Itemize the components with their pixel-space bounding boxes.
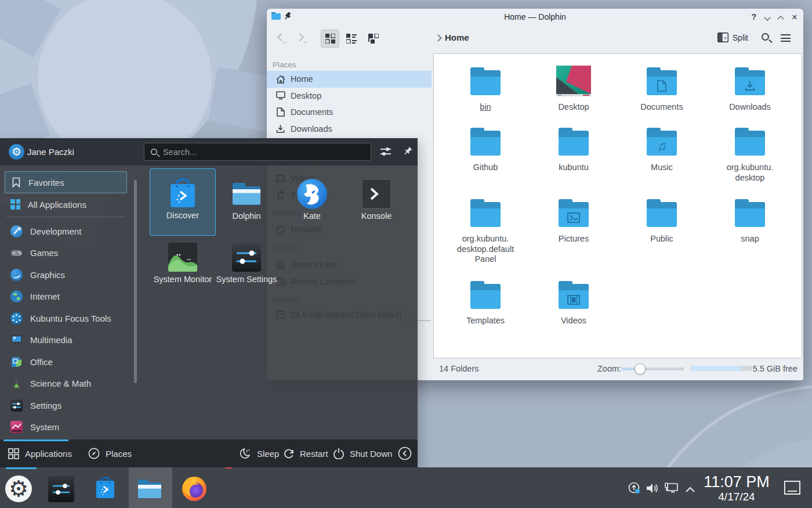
sidebar-item-games[interactable]: Games	[5, 242, 127, 264]
zoom-slider-knob[interactable]	[635, 363, 646, 374]
folder-icon	[469, 197, 502, 228]
minimize-button[interactable]	[765, 12, 770, 22]
sidebar-item-development[interactable]: Development	[5, 220, 127, 242]
place-label: Desktop	[291, 91, 321, 100]
sidebar-label: Multimedia	[30, 335, 72, 345]
sleep-button[interactable]: zz Sleep	[239, 439, 279, 467]
restart-button[interactable]: Restart	[283, 439, 328, 467]
pin-icon[interactable]	[400, 144, 415, 159]
tray-expand-icon[interactable]	[685, 485, 695, 495]
sidebar-item-all-applications[interactable]: All Applications	[5, 193, 127, 215]
file-item[interactable]: Documents	[618, 66, 706, 113]
favorite-discover[interactable]: Discover	[150, 168, 216, 236]
close-button[interactable]: ×	[792, 12, 798, 22]
sidebar-item-internet[interactable]: Internet	[5, 286, 127, 308]
file-item[interactable]: bin	[441, 66, 530, 113]
place-home[interactable]: Home	[267, 71, 432, 88]
folder-icon-videos	[557, 279, 590, 310]
launcher-scrollbar[interactable]	[134, 180, 137, 383]
places-tab-icon	[88, 448, 100, 459]
configure-icon[interactable]	[378, 144, 393, 159]
settings-icon	[10, 399, 23, 412]
network-tray-icon[interactable]	[664, 482, 679, 497]
maximize-button[interactable]	[778, 12, 783, 22]
sidebar-item-office[interactable]: Office	[5, 351, 127, 373]
shutdown-button[interactable]: Shut Down	[333, 439, 392, 467]
folder-icon	[733, 197, 767, 228]
documents-icon	[276, 107, 285, 117]
sidebar-item-favorites[interactable]: Favorites	[5, 171, 127, 193]
file-item[interactable]: Public	[618, 197, 706, 265]
tab-places[interactable]: Places	[88, 439, 132, 467]
file-item[interactable]: ♫ Music	[618, 126, 706, 183]
downloads-icon	[276, 124, 285, 134]
svg-text:+: +	[724, 35, 727, 41]
dolphin-titlebar[interactable]: Home — Dolphin ? ×	[267, 9, 803, 25]
show-desktop-button[interactable]	[784, 481, 800, 495]
favorite-dolphin[interactable]: Dolphin	[213, 168, 280, 236]
session-expand-button[interactable]	[398, 439, 412, 467]
sidebar-label: Favorites	[28, 178, 64, 188]
file-item[interactable]: kubuntu	[530, 126, 618, 183]
file-item[interactable]: snap	[706, 197, 794, 265]
search-button[interactable]	[762, 33, 769, 41]
file-item[interactable]: Templates	[441, 279, 530, 326]
favorite-system-monitor[interactable]: System Monitor	[150, 232, 216, 299]
help-button[interactable]: ?	[752, 12, 757, 21]
sidebar-label: Development	[30, 226, 81, 236]
system-monitor-icon	[165, 239, 201, 278]
file-item[interactable]: Videos	[530, 279, 618, 326]
sidebar-item-system[interactable]: System	[5, 416, 127, 438]
file-item[interactable]: Desktop	[530, 66, 618, 113]
details-view-button[interactable]	[364, 30, 383, 48]
kubuntu-logo-icon: ⚙	[9, 144, 24, 160]
folder-view[interactable]: bin Desktop Documents Downloads	[433, 53, 802, 358]
dolphin-icon	[229, 176, 264, 214]
updates-tray-icon[interactable]	[628, 481, 641, 498]
place-desktop[interactable]: Desktop	[267, 88, 432, 105]
free-space: 5.5 GiB free	[753, 364, 798, 373]
session-label: Sleep	[257, 449, 279, 459]
sidebar-item-multimedia[interactable]: Multimedia	[5, 329, 127, 351]
tab-label: Places	[106, 449, 132, 459]
file-item[interactable]: Pictures	[530, 197, 618, 265]
search-placeholder: Search...	[163, 147, 197, 157]
back-button[interactable]	[275, 32, 288, 45]
favorite-kate[interactable]: Kate	[279, 168, 345, 236]
sidebar-label: Kubuntu Focus Tools	[30, 314, 111, 323]
menu-button[interactable]	[781, 34, 791, 42]
tab-applications[interactable]: Applications	[8, 439, 72, 467]
place-label: Home	[291, 74, 313, 84]
file-item[interactable]: Github	[441, 126, 530, 183]
breadcrumb-home[interactable]: Home	[445, 33, 469, 42]
icons-view-button[interactable]	[321, 30, 339, 48]
sidebar-item-settings[interactable]: Settings	[5, 394, 127, 416]
place-downloads[interactable]: Downloads	[267, 121, 432, 138]
sidebar-label: System	[30, 422, 59, 432]
launcher-header: ⚙ Jane Paczki Search...	[0, 138, 418, 165]
search-input[interactable]: Search...	[144, 143, 371, 161]
internet-icon	[10, 290, 23, 302]
split-button[interactable]: + Split	[717, 33, 748, 42]
home-icon	[276, 74, 285, 84]
sidebar-item-science-math[interactable]: Science & Math	[5, 373, 127, 395]
favorite-konsole[interactable]: Konsole	[343, 168, 409, 236]
file-name: org.kubuntu. desktop.default Panel	[457, 234, 514, 265]
file-item[interactable]: Downloads	[706, 66, 794, 113]
sidebar-item-graphics[interactable]: Graphics	[5, 264, 127, 286]
volume-tray-icon[interactable]	[646, 482, 659, 497]
place-documents[interactable]: Documents	[267, 104, 432, 121]
file-name: bin	[480, 102, 491, 113]
sidebar-item-kubuntu-focus-tools[interactable]: Kubuntu Focus Tools	[5, 307, 127, 329]
compact-view-button[interactable]	[342, 30, 361, 48]
applications-tab-icon	[8, 448, 19, 459]
favorite-label: Kate	[303, 211, 321, 221]
clock[interactable]: 11:07 PM 4/17/24	[699, 467, 774, 508]
capacity-bar	[690, 366, 752, 371]
desktop-preview-thumbnail	[556, 66, 591, 96]
zoom-slider-track-right[interactable]	[641, 368, 684, 370]
favorite-system-settings[interactable]: System Settings	[213, 232, 280, 299]
file-item[interactable]: org.kubuntu. desktop	[706, 126, 794, 183]
file-item[interactable]: org.kubuntu. desktop.default Panel	[441, 197, 530, 265]
forward-button[interactable]	[296, 32, 309, 45]
